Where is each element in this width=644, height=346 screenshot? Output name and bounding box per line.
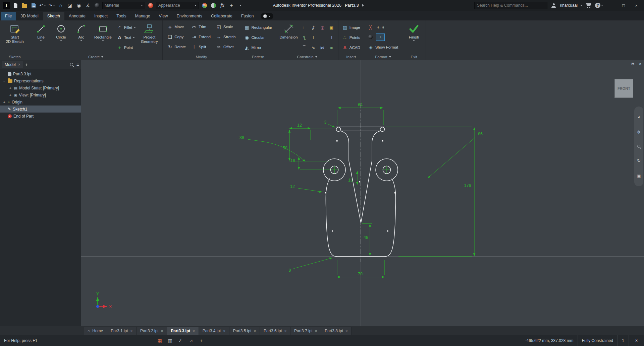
close-icon[interactable]: × [130,329,132,333]
trim-button[interactable]: ✂Trim [190,22,212,31]
dimension-button[interactable]: Dimension [278,22,299,53]
sketch-geometry[interactable] [323,127,398,257]
dimension-label[interactable]: 38 [239,135,244,140]
tangent-constraint-button[interactable]: ⌒ [300,43,309,53]
zoom-icon[interactable] [637,145,640,148]
dimension-label[interactable]: 176 [464,183,471,188]
tree-item-view[interactable]: + ◉ View: [Primary] [0,91,81,98]
tree-item-part[interactable]: + Part3.3.ipt [0,70,81,77]
rotate-button[interactable]: ↻Rotate [165,43,187,51]
tab-fusion[interactable]: Fusion [237,12,258,20]
mirror-button[interactable]: ◭Mirror [242,44,274,52]
scale-button[interactable]: ◱Scale [214,22,237,31]
panel-label-constrain[interactable]: Constrain [277,53,337,60]
tab-tools[interactable]: Tools [112,12,130,20]
construction-toggle-button[interactable]: + [376,33,385,41]
pan-icon[interactable]: ✥ [637,130,641,135]
maximize-button[interactable]: □ [619,1,629,9]
measure-button[interactable]: ∡ [84,1,92,9]
equal-constraint-button[interactable]: = [327,43,336,53]
dimension-lines[interactable] [248,108,476,277]
circular-pattern-button[interactable]: ◉Circular [242,33,274,42]
tree-item-representations[interactable]: − Representations [0,77,81,84]
move-button[interactable]: ↔↕Move [165,22,187,31]
redo-button[interactable]: ↷ [48,1,55,9]
close-icon[interactable]: × [315,329,317,333]
arc-button[interactable]: Arc [71,22,91,53]
parallel-constraint-button[interactable]: ∥ [300,32,309,43]
vertical-constraint-button[interactable]: ‖ [327,32,336,43]
view-cube-face-label[interactable]: FRONT [618,86,630,90]
point-button[interactable]: + Point [115,44,138,52]
tab-inspect[interactable]: Inspect [90,12,112,20]
doc-restore-button[interactable]: ⧉ [631,62,634,66]
dimension-display-button[interactable]: H↔H [376,24,385,31]
doc-minimize-button[interactable]: – [625,62,627,66]
tab-file[interactable]: File [1,12,16,20]
panel-label-format[interactable]: Format [365,53,401,60]
close-icon[interactable]: × [254,329,256,333]
adjust-appearance-icon[interactable] [201,1,208,9]
angle-snap-icon[interactable]: ∠ [177,337,184,344]
minimize-button[interactable]: – [606,1,616,9]
triad-toggle-icon[interactable]: ⊿ [187,337,195,344]
parameters-fx-button[interactable]: fx [219,1,226,9]
panel-label-exit[interactable]: Exit [403,53,425,60]
look-at-icon[interactable]: ▣ [637,174,641,179]
insert-acad-button[interactable]: AACAD [340,44,362,52]
tree-item-end-of-part[interactable]: + × End of Part [0,113,81,120]
stretch-button[interactable]: ↔Stretch [214,32,237,41]
doc-tab-part3-8[interactable]: Part3.8.ipt× [321,327,352,335]
clear-overrides-icon[interactable] [210,1,217,9]
copy-button[interactable]: ❏Copy [165,32,187,41]
tree-item-sketch1[interactable]: + ✎ Sketch1 [0,106,81,113]
tree-item-model-state[interactable]: + ▤ Model State: [Primary] [0,84,81,91]
orbit-icon[interactable]: ↻ [637,158,641,163]
doc-tab-part3-2[interactable]: Part3.2.ipt× [137,327,167,335]
start-2d-sketch-button[interactable]: Start 2D Sketch [3,22,27,53]
panel-label-sketch[interactable]: Sketch [2,53,28,60]
material-combobox[interactable]: Material [102,2,145,9]
smooth-constraint-button[interactable]: ∿ [309,43,318,53]
circle-button[interactable]: Circle [51,22,71,53]
open-button[interactable] [21,1,28,9]
dimension-label[interactable]: 12 [290,184,295,189]
dimension-label[interactable]: 70 [358,272,363,276]
doc-tab-home[interactable]: ⌂ Home [84,327,107,335]
horizontal-constraint-button[interactable]: — [318,32,327,43]
panel-label-modify[interactable]: Modify [164,53,239,60]
appearance-preview-icon[interactable] [93,1,101,9]
tab-3d-model[interactable]: 3D Model [16,12,43,20]
help-button[interactable]: ? [595,1,603,9]
symmetric-constraint-button[interactable]: ⋈ [318,43,327,53]
tab-collaborate[interactable]: Collaborate [207,12,237,20]
insert-image-button[interactable]: ▨Image [340,23,362,32]
search-input[interactable] [477,3,545,8]
rectangular-pattern-button[interactable]: ▦Rectangular [242,23,274,32]
sketch-only-button[interactable] [366,33,375,41]
doc-tab-part3-4[interactable]: Part3.4.ipt× [199,327,229,335]
dimension-label[interactable]: 64 [358,102,363,107]
dimension-label[interactable]: 18 [290,158,295,163]
rectangle-button[interactable]: Rectangle [92,22,114,53]
coincident-constraint-button[interactable]: ∟ [300,22,309,32]
close-icon[interactable]: × [18,62,20,67]
collapse-icon[interactable]: − [3,79,6,83]
dimension-label[interactable]: 12 [297,123,302,128]
dimension-label[interactable]: 48 [364,235,368,240]
fillet-button[interactable]: ◜ Fillet [115,23,138,32]
close-icon[interactable]: × [223,329,225,333]
sketch-canvas[interactable]: 64 3 12 38 58 18 86 176 18 12 48 8 70 [81,60,644,326]
doc-tab-part3-3[interactable]: Part3.3.ipt× [167,327,199,335]
qat-customize-button[interactable] [237,1,244,9]
look-at-button[interactable]: ◉ [75,1,83,9]
graphics-window[interactable]: 64 3 12 38 58 18 86 176 18 12 48 8 70 [81,60,644,326]
add-browser-tab-button[interactable]: + [25,62,28,67]
extend-button[interactable]: ⇥Extend [190,32,212,41]
split-button[interactable]: -|-Split [190,43,212,51]
close-icon[interactable]: × [161,329,163,333]
navigation-wheel-icon[interactable]: ◕ [638,114,640,119]
close-icon[interactable]: × [345,329,347,333]
concentric-constraint-button[interactable]: ◎ [318,22,327,32]
grid-snap-icon[interactable]: ▦ [156,337,163,344]
